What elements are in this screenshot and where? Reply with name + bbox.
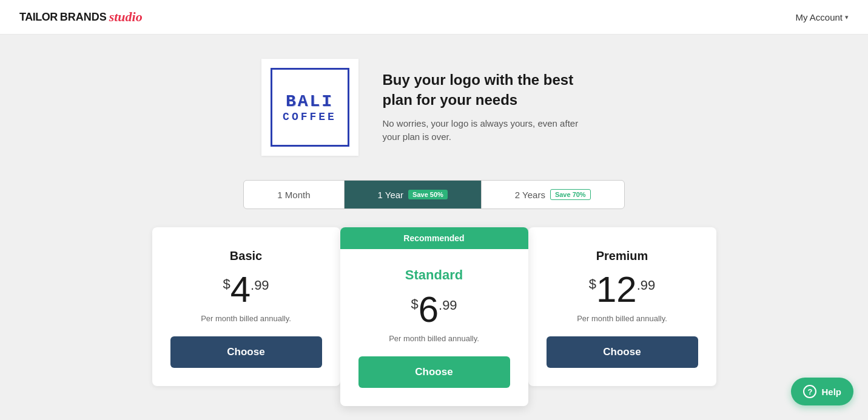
hero-title: Buy your logo with the best plan for you…: [383, 70, 607, 110]
save-70-badge: Save 70%: [550, 189, 591, 200]
premium-plan-card: Premium $ 12 .99 Per month billed annual…: [528, 227, 716, 386]
tab-1-month[interactable]: 1 Month: [244, 181, 344, 208]
tab-1-month-label: 1 Month: [277, 190, 310, 200]
premium-plan-name: Premium: [547, 249, 698, 263]
logo-preview: BALI COFFEE: [261, 59, 358, 156]
help-label: Help: [821, 387, 841, 397]
standard-card-body: Standard $ 6 .99 Per month billed annual…: [340, 249, 528, 406]
standard-dollar-sign: $: [411, 296, 418, 312]
standard-plan-name: Standard: [358, 267, 510, 283]
premium-price-main: 12: [596, 272, 637, 308]
basic-plan-name: Basic: [170, 249, 322, 263]
premium-price-cents: .99: [637, 278, 656, 293]
logo-studio: studio: [109, 9, 143, 25]
chevron-down-icon: ▾: [845, 13, 849, 21]
logo: TAILOR BRANDS studio: [19, 9, 143, 25]
tab-2-years[interactable]: 2 Years Save 70%: [482, 181, 624, 208]
standard-price-row: $ 6 .99: [358, 292, 510, 328]
my-account-label: My Account: [795, 12, 843, 22]
my-account-button[interactable]: My Account ▾: [795, 12, 849, 22]
basic-price-period: Per month billed annually.: [170, 314, 322, 323]
standard-price-cents: .99: [439, 298, 457, 313]
help-circle-icon: ?: [803, 385, 816, 398]
logo-tailor: TAILOR: [19, 12, 58, 22]
hero-section: BALI COFFEE Buy your logo with the best …: [261, 59, 607, 156]
recommended-banner: Recommended: [340, 227, 528, 249]
premium-dollar-sign: $: [589, 276, 596, 292]
basic-choose-button[interactable]: Choose: [170, 336, 322, 368]
tab-1-year-label: 1 Year: [378, 190, 404, 200]
logo-brands: BRANDS: [60, 12, 107, 22]
pricing-cards: Basic $ 4 .99 Per month billed annually.…: [152, 227, 716, 406]
standard-plan-card: Recommended Standard $ 6 .99 Per month b…: [340, 227, 528, 406]
main-content: BALI COFFEE Buy your logo with the best …: [0, 35, 868, 418]
save-50-badge: Save 50%: [408, 190, 448, 199]
basic-plan-card: Basic $ 4 .99 Per month billed annually.…: [152, 227, 340, 386]
help-button[interactable]: ? Help: [791, 378, 853, 405]
tab-1-year[interactable]: 1 Year Save 50%: [345, 181, 482, 208]
header: TAILOR BRANDS studio My Account ▾: [0, 0, 868, 35]
standard-choose-button[interactable]: Choose: [358, 356, 510, 388]
premium-choose-button[interactable]: Choose: [547, 336, 698, 368]
standard-price-main: 6: [419, 292, 439, 328]
tab-2-years-label: 2 Years: [515, 190, 545, 200]
hero-text: Buy your logo with the best plan for you…: [383, 70, 607, 144]
logo-coffee-text: COFFEE: [283, 111, 337, 123]
premium-price-row: $ 12 .99: [547, 272, 698, 308]
logo-bali-text: BALI: [286, 92, 334, 111]
hero-description: No worries, your logo is always yours, e…: [383, 117, 595, 144]
basic-dollar-sign: $: [223, 276, 230, 292]
premium-price-period: Per month billed annually.: [547, 314, 698, 323]
standard-price-period: Per month billed annually.: [358, 334, 510, 343]
billing-toggle: 1 Month 1 Year Save 50% 2 Years Save 70%: [243, 180, 624, 209]
basic-price-row: $ 4 .99: [170, 272, 322, 308]
logo-preview-inner: BALI COFFEE: [271, 68, 349, 147]
basic-price-main: 4: [230, 272, 251, 308]
basic-price-cents: .99: [251, 278, 269, 293]
